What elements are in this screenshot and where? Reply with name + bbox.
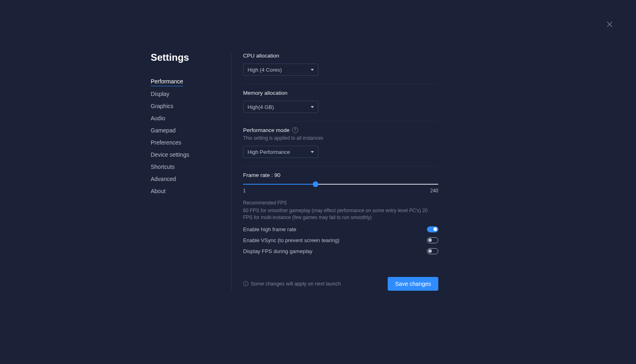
performance-mode-sublabel: This setting is applied to all instances <box>243 135 438 141</box>
memory-allocation-select[interactable]: High(4 GB) <box>243 101 318 113</box>
performance-mode-select[interactable]: High Performance <box>243 146 318 158</box>
sidebar-item-device-settings[interactable]: Device settings <box>151 149 219 161</box>
chevron-down-icon <box>311 69 314 71</box>
page-title: Settings <box>151 52 189 63</box>
settings-content: CPU allocation High (4 Cores) Memory all… <box>232 53 438 291</box>
sidebar-item-performance[interactable]: Performance <box>151 75 183 86</box>
sidebar-item-gamepad[interactable]: Gamepad <box>151 124 219 136</box>
recommended-fps-title: Recommended FPS <box>243 200 438 206</box>
cpu-allocation-value: High (4 Cores) <box>248 67 282 73</box>
display-fps-toggle[interactable] <box>427 248 438 254</box>
frame-rate-slider[interactable] <box>243 184 438 185</box>
enable-vsync-toggle[interactable] <box>427 237 438 243</box>
footer-note: i Some changes will apply on next launch <box>243 281 341 287</box>
slider-thumb[interactable] <box>313 181 318 187</box>
frame-rate-min: 1 <box>243 188 246 194</box>
sidebar-item-preferences[interactable]: Preferences <box>151 136 219 149</box>
performance-mode-label: Performance mode ? <box>243 127 438 133</box>
sidebar-item-about[interactable]: About <box>151 185 219 197</box>
sidebar-item-display[interactable]: Display <box>151 88 219 100</box>
sidebar-item-audio[interactable]: Audio <box>151 112 219 124</box>
frame-rate-label: Frame rate : 90 <box>243 172 438 178</box>
sidebar-item-shortcuts[interactable]: Shortcuts <box>151 161 219 173</box>
settings-sidebar: PerformanceDisplayGraphicsAudioGamepadPr… <box>151 53 232 291</box>
performance-mode-label-text: Performance mode <box>243 127 290 133</box>
sidebar-item-graphics[interactable]: Graphics <box>151 100 219 112</box>
cpu-allocation-label: CPU allocation <box>243 53 438 59</box>
frame-rate-max: 240 <box>430 188 438 194</box>
enable-high-frame-rate-toggle[interactable] <box>427 226 438 232</box>
performance-mode-value: High Performance <box>248 149 290 155</box>
sidebar-item-advanced[interactable]: Advanced <box>151 173 219 185</box>
footer-note-text: Some changes will apply on next launch <box>251 281 341 287</box>
save-changes-button[interactable]: Save changes <box>388 277 438 291</box>
close-button[interactable] <box>606 20 614 28</box>
recommended-fps-body: 60 FPS for smoother gameplay (may effect… <box>243 207 438 221</box>
chevron-down-icon <box>311 106 314 108</box>
info-icon: i <box>243 281 248 286</box>
enable-high-frame-rate-label: Enable high frame rate <box>243 226 297 232</box>
help-icon[interactable]: ? <box>292 127 298 133</box>
memory-allocation-value: High(4 GB) <box>248 104 274 110</box>
cpu-allocation-select[interactable]: High (4 Cores) <box>243 64 318 76</box>
close-icon <box>607 21 613 27</box>
chevron-down-icon <box>311 151 314 153</box>
memory-allocation-label: Memory allocation <box>243 90 438 96</box>
display-fps-label: Display FPS during gameplay <box>243 248 312 254</box>
enable-vsync-label: Enable VSync (to prevent screen tearing) <box>243 237 339 243</box>
